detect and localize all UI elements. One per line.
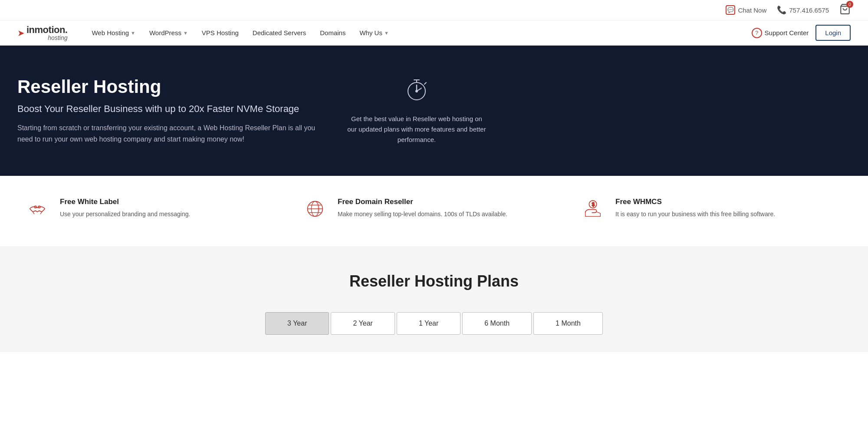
feature-white-label-text: Free White Label Use your personalized b… [60,198,190,224]
chat-icon: 💬 [726,5,735,15]
chat-label: Chat Now [738,7,766,14]
dollar-hand-icon: $ [582,198,608,224]
logo-brand: inmotion. [26,25,67,35]
chat-now-button[interactable]: 💬 Chat Now [726,5,766,15]
phone-number[interactable]: 📞 757.416.6575 [777,5,829,15]
tab-1-month[interactable]: 1 Month [533,312,603,335]
feature-whmcs: $ Free WHMCS It is easy to run your busi… [582,198,842,224]
logo-text: inmotion. hosting [26,25,67,41]
hero-content: Reseller Hosting Boost Your Reseller Bus… [17,76,321,145]
hero-section: Reseller Hosting Boost Your Reseller Bus… [0,46,868,176]
feature-domain-reseller-title: Free Domain Reseller [338,198,507,206]
logo-arrow-icon: ➤ [17,28,25,38]
nav-domains[interactable]: Domains [313,26,352,40]
top-bar: 💬 Chat Now 📞 757.416.6575 0 [0,0,868,20]
hero-subtitle: Boost Your Reseller Business with up to … [17,103,321,115]
stopwatch-icon [347,76,486,108]
hero-description: Starting from scratch or transferring yo… [17,122,321,145]
hero-title: Reseller Hosting [17,76,321,97]
phone-icon: 📞 [777,5,786,15]
nav-why-us[interactable]: Why Us ▼ [352,26,395,40]
feature-whmcs-text: Free WHMCS It is easy to run your busine… [615,198,775,224]
cart-badge: 0 [846,1,853,8]
support-icon: ? [752,28,762,38]
logo-sub: hosting [26,35,67,41]
plans-section: Reseller Hosting Plans 3 Year 2 Year 1 Y… [0,246,868,352]
plans-title: Reseller Hosting Plans [17,272,851,290]
phone-text: 757.416.6575 [789,7,829,14]
hero-right-panel: Get the best value in Reseller web hosti… [347,76,486,145]
header: ➤ inmotion. hosting Web Hosting ▼ WordPr… [0,20,868,46]
features-section: Free White Label Use your personalized b… [0,176,868,246]
svg-text:$: $ [592,201,595,208]
login-button[interactable]: Login [815,25,851,41]
logo[interactable]: ➤ inmotion. hosting [17,25,67,41]
feature-white-label-title: Free White Label [60,198,190,206]
tab-1-year[interactable]: 1 Year [397,312,460,335]
chevron-down-icon: ▼ [384,30,389,36]
tab-2-year[interactable]: 2 Year [331,312,395,335]
main-nav: Web Hosting ▼ WordPress ▼ VPS Hosting De… [85,26,751,40]
globe-icon [304,198,330,224]
nav-vps-hosting[interactable]: VPS Hosting [195,26,246,40]
nav-dedicated-servers[interactable]: Dedicated Servers [246,26,313,40]
support-label: Support Center [765,29,809,36]
feature-domain-reseller-text: Free Domain Reseller Make money selling … [338,198,507,224]
feature-white-label-desc: Use your personalized branding and messa… [60,210,190,219]
plans-tabs: 3 Year 2 Year 1 Year 6 Month 1 Month [17,312,851,335]
chevron-down-icon: ▼ [131,30,135,36]
support-center-link[interactable]: ? Support Center [752,28,809,38]
feature-whmcs-title: Free WHMCS [615,198,775,206]
chevron-down-icon: ▼ [183,30,188,36]
nav-web-hosting[interactable]: Web Hosting ▼ [85,26,142,40]
feature-domain-reseller: Free Domain Reseller Make money selling … [304,198,564,224]
hero-right-text: Get the best value in Reseller web hosti… [347,114,486,145]
tab-6-month[interactable]: 6 Month [462,312,532,335]
feature-whmcs-desc: It is easy to run your business with thi… [615,210,775,219]
feature-white-label: Free White Label Use your personalized b… [26,198,286,224]
nav-right: ? Support Center Login [752,25,851,41]
handshake-icon [26,198,52,224]
cart-button[interactable]: 0 [839,3,851,16]
tab-3-year[interactable]: 3 Year [265,312,329,335]
nav-wordpress[interactable]: WordPress ▼ [142,26,195,40]
feature-domain-reseller-desc: Make money selling top-level domains. 10… [338,210,507,219]
